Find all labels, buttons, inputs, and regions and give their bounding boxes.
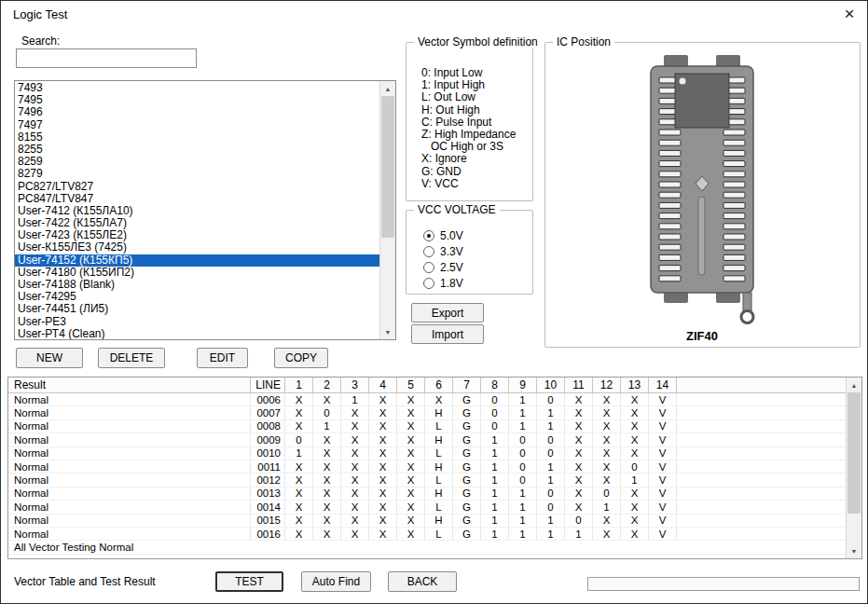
socket-lever[interactable] xyxy=(743,293,751,311)
vector-cell: X xyxy=(621,487,649,500)
socket-pin-slot xyxy=(723,192,745,198)
vector-row[interactable]: Normal0008X1XXXLG011XXXV xyxy=(8,420,846,433)
list-item[interactable]: User-К155ЛЕ3 (7425) xyxy=(15,241,379,254)
vector-row[interactable]: Normal0011XXXXXHG101XX0V xyxy=(8,460,846,474)
vector-row[interactable]: Normal00101XXXXLG100XXXV xyxy=(8,447,846,460)
vector-cell: L xyxy=(425,501,453,513)
radio-icon[interactable] xyxy=(423,230,434,241)
vector-row[interactable]: Normal0016XXXXXLG1111XXV xyxy=(8,528,846,541)
test-summary: All Vector Testing Normal xyxy=(8,541,251,553)
list-item[interactable]: 8259 xyxy=(15,156,379,168)
radio-icon[interactable] xyxy=(423,262,434,273)
vector-row[interactable]: Normal0014XXXXXLG110X1XV xyxy=(8,501,846,514)
vcc-option-5.0V[interactable]: 5.0V xyxy=(406,227,532,243)
delete-button[interactable]: DELETE xyxy=(98,348,165,368)
vector-cell: 1 xyxy=(537,460,565,473)
vector-cell: V xyxy=(649,433,677,446)
table-scroll-track[interactable] xyxy=(847,392,861,543)
copy-button[interactable]: COPY xyxy=(274,348,328,368)
column-header-6[interactable]: 6 xyxy=(425,378,453,392)
scroll-up-icon[interactable]: ▲ xyxy=(380,81,395,96)
vector-row[interactable]: Normal0006XX1XXXG010XXXV xyxy=(8,393,846,406)
column-header-2[interactable]: 2 xyxy=(313,378,341,392)
vcc-option-1.8V[interactable]: 1.8V xyxy=(406,275,532,291)
socket-pin-slot xyxy=(659,213,681,219)
export-button[interactable]: Export xyxy=(411,303,484,323)
list-scroll-thumb[interactable] xyxy=(381,96,394,238)
column-header-13[interactable]: 13 xyxy=(621,378,649,392)
lever-handle[interactable] xyxy=(741,311,753,323)
list-item[interactable]: 7495 xyxy=(15,94,379,106)
column-header-10[interactable]: 10 xyxy=(537,378,565,392)
vector-row[interactable]: Normal0015XXXXXHG1110XXV xyxy=(8,515,846,528)
socket-pin-slot xyxy=(659,130,681,135)
column-header-8[interactable]: 8 xyxy=(481,378,509,392)
vector-cell: X xyxy=(369,406,397,419)
vector-cell: V xyxy=(649,460,677,473)
list-item[interactable]: User-РЕ3 xyxy=(15,316,379,328)
vcc-option-3.3V[interactable]: 3.3V xyxy=(406,243,532,259)
socket-pin-slot xyxy=(723,202,745,208)
table-scroll-thumb[interactable] xyxy=(847,392,861,514)
list-scrollbar[interactable]: ▲ ▼ xyxy=(379,81,395,339)
list-item[interactable]: 7496 xyxy=(15,106,379,118)
new-button[interactable]: NEW xyxy=(16,348,83,368)
list-item[interactable]: User-74451 (ЛИ5) xyxy=(15,303,379,315)
vector-cell: L xyxy=(425,447,453,460)
column-header-4[interactable]: 4 xyxy=(369,378,397,392)
list-item[interactable]: 7497 xyxy=(15,119,379,131)
list-item[interactable]: User-74152 (К155КП5) xyxy=(15,254,379,267)
table-scroll-up-icon[interactable]: ▲ xyxy=(847,378,861,392)
table-scrollbar[interactable]: ▲ ▼ xyxy=(846,378,861,558)
scroll-down-icon[interactable]: ▼ xyxy=(380,324,395,339)
vector-cell: 0 xyxy=(593,487,621,500)
vector-row[interactable]: Normal00090XXXXHG100XXXV xyxy=(8,433,846,446)
column-header-1[interactable]: 1 xyxy=(285,378,313,392)
vcc-option-2.5V[interactable]: 2.5V xyxy=(406,259,532,275)
list-item[interactable]: 7493 xyxy=(15,82,379,94)
import-button[interactable]: Import xyxy=(411,324,484,344)
list-item[interactable]: 8279 xyxy=(15,168,379,180)
column-header-11[interactable]: 11 xyxy=(565,378,593,392)
vector-cell: 0 xyxy=(509,474,537,486)
list-item[interactable]: User-РТ4 (Clean) xyxy=(15,328,379,339)
vector-cell: G xyxy=(453,460,481,473)
table-scroll-down-icon[interactable]: ▼ xyxy=(847,543,861,558)
back-button[interactable]: BACK xyxy=(388,571,457,592)
vector-cell: X xyxy=(285,501,313,513)
auto-find-button[interactable]: Auto Find xyxy=(301,571,371,592)
result-cell: Normal xyxy=(8,406,251,419)
vector-cell: 0 xyxy=(537,393,565,405)
column-header-7[interactable]: 7 xyxy=(453,378,481,392)
socket-pin-slot xyxy=(723,172,745,177)
list-scroll-track[interactable] xyxy=(380,96,395,324)
column-header-LINE[interactable]: LINE xyxy=(251,378,285,392)
close-icon[interactable]: × xyxy=(837,3,861,25)
vector-row[interactable]: Normal0013XXXXXHG110X0XV xyxy=(8,487,846,501)
list-item[interactable]: 8255 xyxy=(15,144,379,156)
edit-button[interactable]: EDIT xyxy=(197,348,248,368)
column-header-12[interactable]: 12 xyxy=(593,378,621,392)
vector-cell: 1 xyxy=(537,474,565,486)
vector-row[interactable]: Normal0007X0XXXHG011XXXV xyxy=(8,406,846,419)
list-item[interactable]: PC847/LTV847 xyxy=(15,193,379,205)
column-header-9[interactable]: 9 xyxy=(509,378,537,392)
symbol-definition-line: G: GND xyxy=(421,166,532,178)
vector-cell: X xyxy=(397,474,425,486)
list-item[interactable]: PC827/LTV827 xyxy=(15,181,379,193)
column-header-14[interactable]: 14 xyxy=(649,378,677,392)
list-item[interactable]: 8155 xyxy=(15,131,379,144)
vector-row[interactable]: Normal0012XXXXXLG101XX1V xyxy=(8,474,846,487)
vector-cell: 1 xyxy=(285,447,313,460)
radio-icon[interactable] xyxy=(423,246,434,257)
column-header-5[interactable]: 5 xyxy=(397,378,425,392)
column-header-Result[interactable]: Result xyxy=(8,378,251,392)
window-title: Logic Test xyxy=(13,7,67,21)
vector-cell: X xyxy=(369,501,397,513)
search-input[interactable] xyxy=(16,48,197,68)
radio-icon[interactable] xyxy=(423,278,434,289)
column-header-3[interactable]: 3 xyxy=(341,378,369,392)
test-button[interactable]: TEST xyxy=(215,571,283,592)
vector-cell: X xyxy=(313,487,341,500)
vector-cell: 1 xyxy=(593,501,621,513)
